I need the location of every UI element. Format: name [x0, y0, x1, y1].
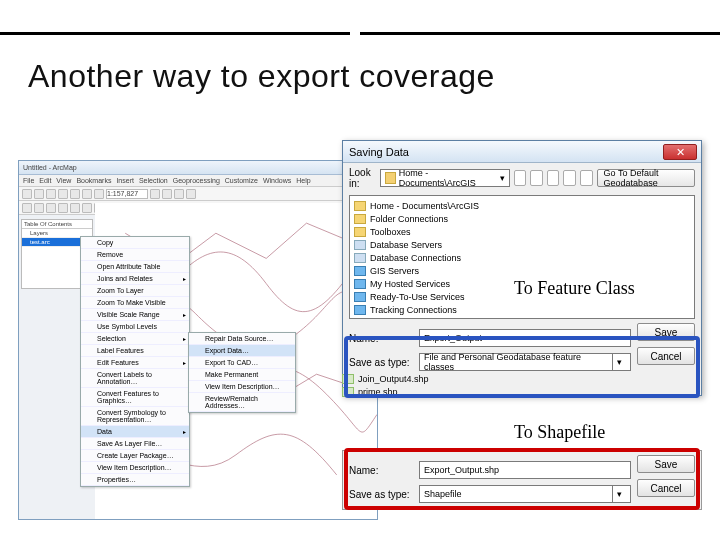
- toolbox-icon: [354, 227, 366, 237]
- ctx-edit-features[interactable]: Edit Features▸: [81, 357, 189, 369]
- database-connection-icon: [354, 253, 366, 263]
- ctx-joins-relates[interactable]: Joins and Relates▸: [81, 273, 189, 285]
- sub-export-to-cad[interactable]: Export To CAD…: [189, 357, 295, 369]
- sub-export-data[interactable]: Export Data…: [189, 345, 295, 357]
- list-item: Tracking Connections: [354, 303, 690, 316]
- ctx-properties[interactable]: Properties…: [81, 474, 189, 486]
- arcmap-title: Untitled - ArcMap: [23, 164, 77, 171]
- go-to-default-geodatabase-button[interactable]: Go To Default Geodatabase: [597, 169, 695, 187]
- menu-selection[interactable]: Selection: [139, 177, 168, 184]
- tool-button[interactable]: [70, 189, 80, 199]
- close-icon: ✕: [676, 146, 685, 159]
- tool-button[interactable]: [46, 203, 56, 213]
- list-item: Database Servers: [354, 238, 690, 251]
- arcmap-titlebar: Untitled - ArcMap: [19, 161, 377, 175]
- close-button[interactable]: ✕: [663, 144, 697, 160]
- menu-edit[interactable]: Edit: [39, 177, 51, 184]
- tool-button[interactable]: [70, 203, 80, 213]
- ctx-copy[interactable]: Copy: [81, 237, 189, 249]
- sub-repair-data-source[interactable]: Repair Data Source…: [189, 333, 295, 345]
- ctx-use-symbol-levels[interactable]: Use Symbol Levels: [81, 321, 189, 333]
- stage: Untitled - ArcMap File Edit View Bookmar…: [18, 140, 702, 520]
- ctx-view-item-description[interactable]: View Item Description…: [81, 462, 189, 474]
- ctx-visible-scale-range[interactable]: Visible Scale Range▸: [81, 309, 189, 321]
- slide-top-rule: [0, 32, 720, 35]
- tool-button[interactable]: [46, 189, 56, 199]
- list-view-icon[interactable]: [547, 170, 560, 186]
- tool-button[interactable]: [58, 189, 68, 199]
- tool-button[interactable]: [34, 189, 44, 199]
- tool-button[interactable]: [94, 189, 104, 199]
- callout-featureclass: [344, 336, 700, 398]
- annotation-featureclass: To Feature Class: [514, 278, 635, 299]
- chevron-right-icon: ▸: [183, 275, 186, 282]
- home-folder-icon: [385, 172, 396, 184]
- sub-review-rematch[interactable]: Review/Rematch Addresses…: [189, 393, 295, 412]
- toc-header: Table Of Contents: [22, 220, 92, 229]
- home-icon[interactable]: [530, 170, 543, 186]
- tool-button[interactable]: [22, 189, 32, 199]
- lookin-value: Home - Documents\ArcGIS: [399, 168, 500, 188]
- chevron-down-icon: ▾: [500, 173, 505, 183]
- annotation-shapefile: To Shapefile: [514, 422, 605, 443]
- details-view-icon[interactable]: [563, 170, 576, 186]
- ctx-create-layer-package[interactable]: Create Layer Package…: [81, 450, 189, 462]
- dialog-title-text: Saving Data: [349, 146, 409, 158]
- tool-button[interactable]: [58, 203, 68, 213]
- chevron-right-icon: ▸: [183, 335, 186, 342]
- lookin-label: Look in:: [349, 167, 376, 189]
- menu-view[interactable]: View: [56, 177, 71, 184]
- arcmap-toolbar-1: 1:157,827: [19, 187, 377, 201]
- lookin-dropdown[interactable]: Home - Documents\ArcGIS ▾: [380, 169, 510, 187]
- tool-button[interactable]: [162, 189, 172, 199]
- arcmap-menubar: File Edit View Bookmarks Insert Selectio…: [19, 175, 377, 187]
- menu-file[interactable]: File: [23, 177, 34, 184]
- folder-icon: [354, 214, 366, 224]
- chevron-right-icon: ▸: [183, 359, 186, 366]
- sub-make-permanent[interactable]: Make Permanent: [189, 369, 295, 381]
- layer-context-menu[interactable]: Copy Remove Open Attribute Table Joins a…: [80, 236, 190, 487]
- data-submenu[interactable]: Repair Data Source… Export Data… Export …: [188, 332, 296, 413]
- scale-field[interactable]: 1:157,827: [106, 189, 148, 199]
- ctx-data[interactable]: Data▸: [81, 426, 189, 438]
- gis-server-icon: [354, 266, 366, 276]
- tool-button[interactable]: [82, 189, 92, 199]
- menu-bookmarks[interactable]: Bookmarks: [76, 177, 111, 184]
- up-folder-icon[interactable]: [514, 170, 527, 186]
- tool-button[interactable]: [82, 203, 92, 213]
- ctx-convert-features-graphics[interactable]: Convert Features to Graphics…: [81, 388, 189, 407]
- tool-button[interactable]: [186, 189, 196, 199]
- list-item: GIS Servers: [354, 264, 690, 277]
- tool-button[interactable]: [22, 203, 32, 213]
- ctx-remove[interactable]: Remove: [81, 249, 189, 261]
- chevron-right-icon: ▸: [183, 428, 186, 435]
- menu-customize[interactable]: Customize: [225, 177, 258, 184]
- folder-icon: [354, 201, 366, 211]
- menu-insert[interactable]: Insert: [116, 177, 134, 184]
- folder-listing[interactable]: Home - Documents\ArcGIS Folder Connectio…: [349, 195, 695, 319]
- ctx-zoom-make-visible[interactable]: Zoom To Make Visible: [81, 297, 189, 309]
- ctx-zoom-to-layer[interactable]: Zoom To Layer: [81, 285, 189, 297]
- menu-geoprocessing[interactable]: Geoprocessing: [173, 177, 220, 184]
- database-server-icon: [354, 240, 366, 250]
- ctx-label-features[interactable]: Label Features: [81, 345, 189, 357]
- list-item: Folder Connections: [354, 212, 690, 225]
- callout-shapefile: [344, 448, 700, 510]
- new-folder-icon[interactable]: [580, 170, 593, 186]
- tool-button[interactable]: [34, 203, 44, 213]
- ctx-selection[interactable]: Selection▸: [81, 333, 189, 345]
- lookin-row: Look in: Home - Documents\ArcGIS ▾ Go To…: [343, 163, 701, 193]
- tool-button[interactable]: [150, 189, 160, 199]
- list-item: Home - Documents\ArcGIS: [354, 199, 690, 212]
- ctx-save-as-layer-file[interactable]: Save As Layer File…: [81, 438, 189, 450]
- sub-view-item-description[interactable]: View Item Description…: [189, 381, 295, 393]
- ctx-convert-labels[interactable]: Convert Labels to Annotation…: [81, 369, 189, 388]
- menu-help[interactable]: Help: [296, 177, 310, 184]
- menu-windows[interactable]: Windows: [263, 177, 291, 184]
- slide-title: Another way to export coverage: [28, 58, 495, 95]
- ctx-open-attribute-table[interactable]: Open Attribute Table: [81, 261, 189, 273]
- ctx-convert-symbology[interactable]: Convert Symbology to Representation…: [81, 407, 189, 426]
- dialog-titlebar: Saving Data ✕: [343, 141, 701, 163]
- list-item: Database Connections: [354, 251, 690, 264]
- tool-button[interactable]: [174, 189, 184, 199]
